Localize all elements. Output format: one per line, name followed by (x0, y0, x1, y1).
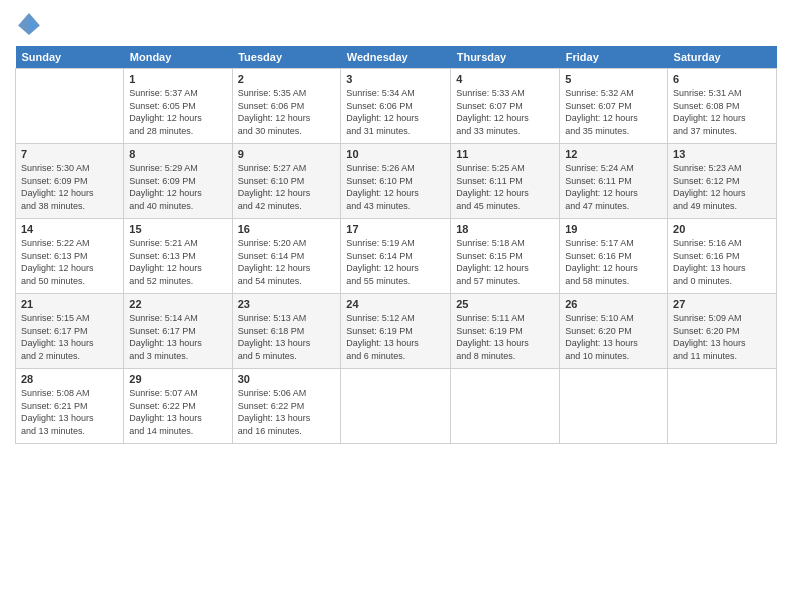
day-cell: 6Sunrise: 5:31 AM Sunset: 6:08 PM Daylig… (668, 69, 777, 144)
day-cell (341, 369, 451, 444)
day-cell: 28Sunrise: 5:08 AM Sunset: 6:21 PM Dayli… (16, 369, 124, 444)
day-info: Sunrise: 5:30 AM Sunset: 6:09 PM Dayligh… (21, 162, 118, 212)
week-row-5: 28Sunrise: 5:08 AM Sunset: 6:21 PM Dayli… (16, 369, 777, 444)
day-cell: 21Sunrise: 5:15 AM Sunset: 6:17 PM Dayli… (16, 294, 124, 369)
day-number: 16 (238, 223, 336, 235)
day-cell: 26Sunrise: 5:10 AM Sunset: 6:20 PM Dayli… (560, 294, 668, 369)
day-info: Sunrise: 5:22 AM Sunset: 6:13 PM Dayligh… (21, 237, 118, 287)
week-row-1: 1Sunrise: 5:37 AM Sunset: 6:05 PM Daylig… (16, 69, 777, 144)
day-info: Sunrise: 5:15 AM Sunset: 6:17 PM Dayligh… (21, 312, 118, 362)
day-number: 21 (21, 298, 118, 310)
day-info: Sunrise: 5:25 AM Sunset: 6:11 PM Dayligh… (456, 162, 554, 212)
day-info: Sunrise: 5:14 AM Sunset: 6:17 PM Dayligh… (129, 312, 226, 362)
day-number: 7 (21, 148, 118, 160)
day-cell: 17Sunrise: 5:19 AM Sunset: 6:14 PM Dayli… (341, 219, 451, 294)
day-info: Sunrise: 5:08 AM Sunset: 6:21 PM Dayligh… (21, 387, 118, 437)
week-row-3: 14Sunrise: 5:22 AM Sunset: 6:13 PM Dayli… (16, 219, 777, 294)
day-cell: 19Sunrise: 5:17 AM Sunset: 6:16 PM Dayli… (560, 219, 668, 294)
day-cell: 24Sunrise: 5:12 AM Sunset: 6:19 PM Dayli… (341, 294, 451, 369)
day-cell: 25Sunrise: 5:11 AM Sunset: 6:19 PM Dayli… (451, 294, 560, 369)
day-info: Sunrise: 5:11 AM Sunset: 6:19 PM Dayligh… (456, 312, 554, 362)
day-number: 29 (129, 373, 226, 385)
day-info: Sunrise: 5:35 AM Sunset: 6:06 PM Dayligh… (238, 87, 336, 137)
weekday-header-monday: Monday (124, 46, 232, 69)
weekday-header-tuesday: Tuesday (232, 46, 341, 69)
day-cell (668, 369, 777, 444)
day-number: 24 (346, 298, 445, 310)
weekday-header-thursday: Thursday (451, 46, 560, 69)
day-cell: 12Sunrise: 5:24 AM Sunset: 6:11 PM Dayli… (560, 144, 668, 219)
day-number: 11 (456, 148, 554, 160)
day-number: 30 (238, 373, 336, 385)
day-number: 18 (456, 223, 554, 235)
day-number: 1 (129, 73, 226, 85)
weekday-header-saturday: Saturday (668, 46, 777, 69)
day-info: Sunrise: 5:27 AM Sunset: 6:10 PM Dayligh… (238, 162, 336, 212)
day-number: 8 (129, 148, 226, 160)
day-cell: 22Sunrise: 5:14 AM Sunset: 6:17 PM Dayli… (124, 294, 232, 369)
day-info: Sunrise: 5:07 AM Sunset: 6:22 PM Dayligh… (129, 387, 226, 437)
day-cell: 13Sunrise: 5:23 AM Sunset: 6:12 PM Dayli… (668, 144, 777, 219)
weekday-header-row: SundayMondayTuesdayWednesdayThursdayFrid… (16, 46, 777, 69)
day-info: Sunrise: 5:21 AM Sunset: 6:13 PM Dayligh… (129, 237, 226, 287)
day-number: 10 (346, 148, 445, 160)
day-number: 2 (238, 73, 336, 85)
day-number: 12 (565, 148, 662, 160)
weekday-header-wednesday: Wednesday (341, 46, 451, 69)
day-cell: 4Sunrise: 5:33 AM Sunset: 6:07 PM Daylig… (451, 69, 560, 144)
day-number: 20 (673, 223, 771, 235)
day-number: 3 (346, 73, 445, 85)
day-number: 17 (346, 223, 445, 235)
header (15, 10, 777, 38)
day-cell: 3Sunrise: 5:34 AM Sunset: 6:06 PM Daylig… (341, 69, 451, 144)
logo-icon (15, 10, 43, 38)
day-cell (451, 369, 560, 444)
day-number: 13 (673, 148, 771, 160)
day-info: Sunrise: 5:31 AM Sunset: 6:08 PM Dayligh… (673, 87, 771, 137)
day-cell: 16Sunrise: 5:20 AM Sunset: 6:14 PM Dayli… (232, 219, 341, 294)
day-number: 15 (129, 223, 226, 235)
day-cell: 27Sunrise: 5:09 AM Sunset: 6:20 PM Dayli… (668, 294, 777, 369)
day-number: 23 (238, 298, 336, 310)
day-info: Sunrise: 5:33 AM Sunset: 6:07 PM Dayligh… (456, 87, 554, 137)
day-cell: 18Sunrise: 5:18 AM Sunset: 6:15 PM Dayli… (451, 219, 560, 294)
calendar-table: SundayMondayTuesdayWednesdayThursdayFrid… (15, 46, 777, 444)
weekday-header-friday: Friday (560, 46, 668, 69)
day-info: Sunrise: 5:29 AM Sunset: 6:09 PM Dayligh… (129, 162, 226, 212)
weekday-header-sunday: Sunday (16, 46, 124, 69)
day-cell: 2Sunrise: 5:35 AM Sunset: 6:06 PM Daylig… (232, 69, 341, 144)
week-row-2: 7Sunrise: 5:30 AM Sunset: 6:09 PM Daylig… (16, 144, 777, 219)
day-number: 6 (673, 73, 771, 85)
day-info: Sunrise: 5:24 AM Sunset: 6:11 PM Dayligh… (565, 162, 662, 212)
day-cell: 5Sunrise: 5:32 AM Sunset: 6:07 PM Daylig… (560, 69, 668, 144)
day-cell: 7Sunrise: 5:30 AM Sunset: 6:09 PM Daylig… (16, 144, 124, 219)
day-cell: 14Sunrise: 5:22 AM Sunset: 6:13 PM Dayli… (16, 219, 124, 294)
day-info: Sunrise: 5:16 AM Sunset: 6:16 PM Dayligh… (673, 237, 771, 287)
day-info: Sunrise: 5:18 AM Sunset: 6:15 PM Dayligh… (456, 237, 554, 287)
day-number: 27 (673, 298, 771, 310)
day-info: Sunrise: 5:19 AM Sunset: 6:14 PM Dayligh… (346, 237, 445, 287)
day-number: 25 (456, 298, 554, 310)
logo (15, 10, 47, 38)
day-info: Sunrise: 5:37 AM Sunset: 6:05 PM Dayligh… (129, 87, 226, 137)
day-cell: 29Sunrise: 5:07 AM Sunset: 6:22 PM Dayli… (124, 369, 232, 444)
page: SundayMondayTuesdayWednesdayThursdayFrid… (0, 0, 792, 612)
day-cell: 20Sunrise: 5:16 AM Sunset: 6:16 PM Dayli… (668, 219, 777, 294)
day-cell: 23Sunrise: 5:13 AM Sunset: 6:18 PM Dayli… (232, 294, 341, 369)
day-info: Sunrise: 5:26 AM Sunset: 6:10 PM Dayligh… (346, 162, 445, 212)
day-cell: 9Sunrise: 5:27 AM Sunset: 6:10 PM Daylig… (232, 144, 341, 219)
day-number: 14 (21, 223, 118, 235)
day-number: 26 (565, 298, 662, 310)
day-number: 19 (565, 223, 662, 235)
day-info: Sunrise: 5:23 AM Sunset: 6:12 PM Dayligh… (673, 162, 771, 212)
day-info: Sunrise: 5:34 AM Sunset: 6:06 PM Dayligh… (346, 87, 445, 137)
day-info: Sunrise: 5:06 AM Sunset: 6:22 PM Dayligh… (238, 387, 336, 437)
day-cell: 30Sunrise: 5:06 AM Sunset: 6:22 PM Dayli… (232, 369, 341, 444)
day-cell (16, 69, 124, 144)
day-number: 4 (456, 73, 554, 85)
day-info: Sunrise: 5:12 AM Sunset: 6:19 PM Dayligh… (346, 312, 445, 362)
day-info: Sunrise: 5:10 AM Sunset: 6:20 PM Dayligh… (565, 312, 662, 362)
day-cell: 8Sunrise: 5:29 AM Sunset: 6:09 PM Daylig… (124, 144, 232, 219)
day-number: 9 (238, 148, 336, 160)
day-cell: 1Sunrise: 5:37 AM Sunset: 6:05 PM Daylig… (124, 69, 232, 144)
